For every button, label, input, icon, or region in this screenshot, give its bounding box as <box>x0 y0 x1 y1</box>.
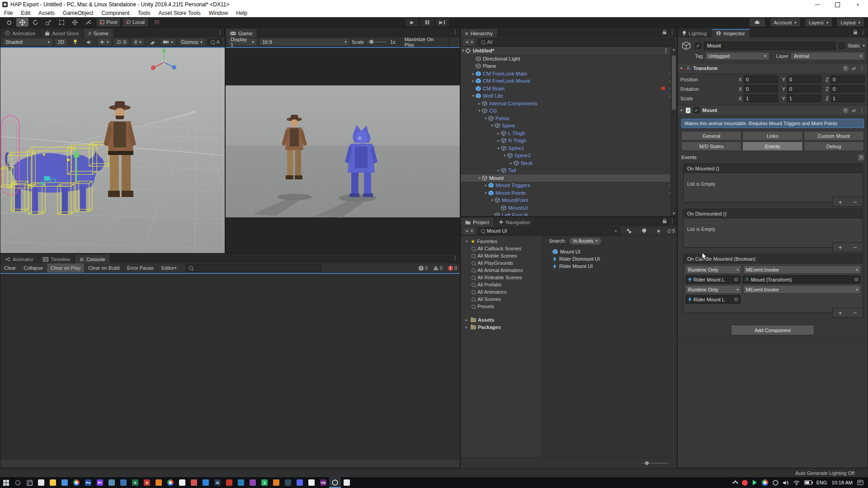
foldout-icon[interactable]: ▸ <box>464 325 469 329</box>
custom-tool[interactable] <box>82 18 94 27</box>
y-field[interactable]: 0 <box>787 85 821 93</box>
tab-scene[interactable]: #Scene <box>84 29 113 38</box>
editor-button[interactable]: Editor ▾ <box>158 263 180 272</box>
foldout-icon[interactable]: ▾ <box>464 239 469 244</box>
scene-search-input[interactable]: A <box>208 38 223 46</box>
taskbar-app-17[interactable] <box>223 477 235 488</box>
taskbar-app-7[interactable] <box>106 477 118 488</box>
game-viewport[interactable] <box>226 47 460 255</box>
mount-tab-m-d-states[interactable]: M/D States <box>681 141 741 151</box>
taskbar-app-9[interactable]: X <box>129 477 141 488</box>
favorite-all-mobile-scenes[interactable]: All Mobile Scenes <box>461 252 542 259</box>
hierarchy-item-mountpoint[interactable]: ▾MountPoint <box>461 197 677 204</box>
taskbar-app-6[interactable]: Pr <box>94 477 106 488</box>
scene-audio-toggle[interactable] <box>83 38 94 47</box>
mount-tab-links[interactable]: Links <box>742 131 802 141</box>
layout-dropdown[interactable]: Layout▾ <box>836 18 864 27</box>
z-field[interactable]: 0 <box>830 75 865 83</box>
inspector-kebab-icon[interactable]: ⋮ <box>860 29 866 35</box>
tab-inspector[interactable]: Inspector <box>712 29 750 38</box>
search-by-label-button[interactable] <box>637 227 650 235</box>
favorite-all-rideable-scenes[interactable]: All Rideable Scenes <box>461 274 542 281</box>
taskbar-app-26[interactable] <box>329 477 341 488</box>
tab-asset-store[interactable]: Asset Store <box>40 29 84 38</box>
hierarchy-scene-row[interactable]: ▾Untitled*⋮ <box>461 47 677 55</box>
taskbar-app-2[interactable] <box>47 477 59 488</box>
foldout-icon[interactable]: ▾ <box>680 66 683 70</box>
taskbar-app-10[interactable]: S <box>141 477 153 488</box>
lock-icon[interactable] <box>663 221 666 223</box>
step-button[interactable]: ▶ <box>434 18 449 27</box>
tab-game[interactable]: Game <box>226 29 257 38</box>
foldout-icon[interactable]: ▸ <box>496 131 501 136</box>
close-button[interactable]: × <box>848 0 868 9</box>
hierarchy-item-spine[interactable]: ▾Spine <box>461 122 677 130</box>
scene-grid-dropdown[interactable]: #▾ <box>131 38 145 46</box>
display-dropdown[interactable]: Display 1▾ <box>227 38 257 46</box>
event-mode-dropdown[interactable]: Runtime Only▾ <box>685 285 741 294</box>
help-icon[interactable]: ? <box>843 108 849 113</box>
object-picker-icon[interactable]: ⊙ <box>734 296 738 302</box>
foldout-icon[interactable]: ▸ <box>471 71 476 76</box>
console-search-input[interactable] <box>186 264 321 272</box>
maximize-on-play-toggle[interactable]: Maximize On Play <box>401 38 446 46</box>
hierarchy-item-r-thigh[interactable]: ▸R Thigh <box>461 137 677 145</box>
thumbnail-size-slider[interactable] <box>642 463 669 464</box>
taskbar-app-20[interactable]: 3 <box>259 477 270 488</box>
layers-dropdown[interactable]: Layers▾ <box>805 18 833 27</box>
foldout-icon[interactable]: ▾ <box>680 108 683 113</box>
favorite-all-animators[interactable]: All Animators <box>461 288 542 296</box>
taskbar-app-21[interactable] <box>270 477 282 488</box>
component-enabled-checkbox[interactable]: ✓ <box>693 107 700 113</box>
scope-dropdown[interactable]: In Assets▾ <box>570 238 601 244</box>
add-event-button[interactable]: + <box>833 308 848 317</box>
static-checkbox[interactable] <box>839 42 845 49</box>
notification-icon[interactable] <box>857 480 863 485</box>
favorite-all-scenes[interactable]: All Scenes <box>461 296 542 303</box>
tab-project[interactable]: Project <box>461 218 494 226</box>
hierarchy-item-internal-components[interactable]: ▸Internal Components <box>461 100 677 108</box>
folder-assets[interactable]: ▸Assets <box>461 316 542 324</box>
static-dropdown-icon[interactable]: ▾ <box>863 43 865 48</box>
foldout-icon[interactable]: ▾ <box>490 198 495 202</box>
chrome-icon[interactable] <box>762 479 768 486</box>
menu-edit[interactable]: Edit <box>17 9 34 17</box>
tab-timeline[interactable]: Timeline <box>38 255 75 263</box>
hierarchy-item-mountui[interactable]: MountUI <box>461 204 677 212</box>
menu-gameobject[interactable]: GameObject <box>59 9 97 17</box>
hierarchy-scrollbar[interactable]: ▲ ▼ <box>670 47 677 216</box>
foldout-icon[interactable]: ▾ <box>496 146 501 150</box>
mount-tab-debug[interactable]: Debug <box>804 141 864 151</box>
scene-camera-dropdown[interactable]: ▾ <box>160 38 176 46</box>
favorite-all-animal-animators[interactable]: All Animal Animators <box>461 267 542 274</box>
presets-icon[interactable]: ⇄ <box>852 108 856 113</box>
hierarchy-item-mount[interactable]: ▾Mount <box>461 174 677 182</box>
wifi-icon[interactable] <box>793 480 800 485</box>
hierarchy-item-plane[interactable]: Plane <box>461 62 677 70</box>
taskbar-app-25[interactable]: VS <box>317 477 329 488</box>
y-field[interactable]: 0 <box>787 75 821 83</box>
foldout-icon[interactable]: ▾ <box>477 176 482 180</box>
tray-expand-icon[interactable] <box>732 480 738 486</box>
scene-tools-button[interactable] <box>147 38 158 47</box>
foldout-icon[interactable]: ▸ <box>509 161 514 165</box>
taskbar-app-15[interactable] <box>200 477 212 488</box>
remove-event-button[interactable]: − <box>848 197 863 206</box>
z-field[interactable]: 1 <box>830 94 865 102</box>
menu-tools[interactable]: Tools <box>133 9 154 17</box>
event-argument-field[interactable]: Mount (Transform)⊙ <box>742 275 861 284</box>
component-kebab-icon[interactable]: ⋮ <box>859 65 865 71</box>
favorite-all-callback-scenes[interactable]: All Callback Scenes <box>461 245 542 252</box>
foldout-icon[interactable]: ▾ <box>490 123 495 128</box>
hierarchy-item-l-thigh[interactable]: ▸L Thigh <box>461 130 677 137</box>
taskbar-app-19[interactable] <box>247 477 259 488</box>
hierarchy-item-spine2[interactable]: ▾Spine2 <box>461 152 677 160</box>
hierarchy-kebab-icon[interactable]: ⋮ <box>670 29 675 35</box>
pivot-toggle[interactable]: Pivot <box>96 18 121 27</box>
foldout-icon[interactable]: ▸ <box>496 138 501 143</box>
error-pause-button[interactable]: Error Pause <box>123 263 158 272</box>
hierarchy-item-cm-brain[interactable]: CM Brain› <box>461 85 677 93</box>
hierarchy-item-pelvis[interactable]: ▾Pelvis <box>461 115 677 122</box>
scale-slider[interactable] <box>368 42 387 42</box>
pause-button[interactable] <box>420 18 434 27</box>
